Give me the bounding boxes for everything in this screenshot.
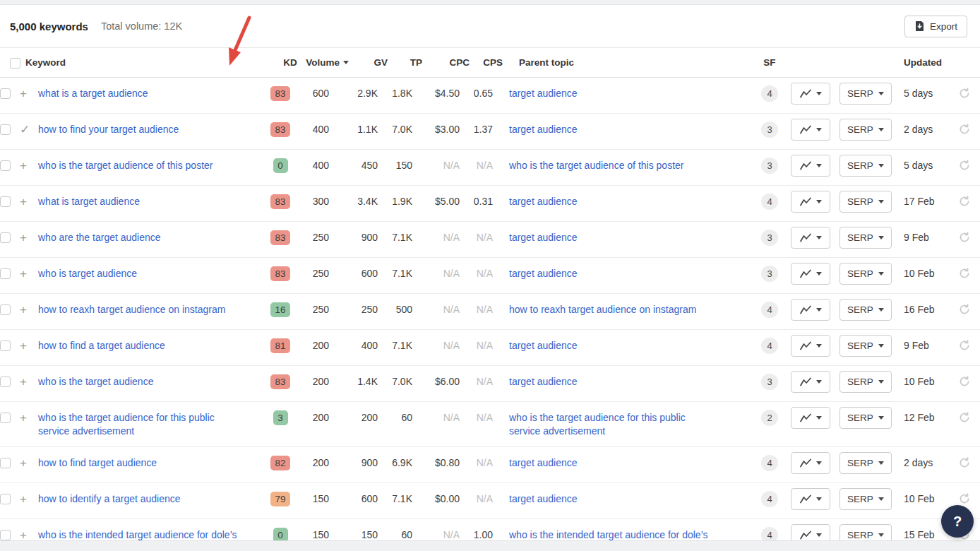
row-add-icon[interactable]: + <box>16 303 38 316</box>
keyword-link[interactable]: who is the target audience <box>38 376 153 387</box>
serp-button[interactable]: SERP <box>839 227 892 249</box>
row-add-icon[interactable]: + <box>16 231 38 244</box>
serp-label: SERP <box>847 304 873 315</box>
refresh-icon[interactable] <box>959 124 970 135</box>
parent-topic-link[interactable]: target audience <box>509 493 578 504</box>
help-button[interactable]: ? <box>941 505 974 538</box>
row-checkbox[interactable] <box>0 340 11 351</box>
serp-button[interactable]: SERP <box>839 452 892 474</box>
parent-topic-link[interactable]: target audience <box>509 232 578 243</box>
parent-topic-link[interactable]: who is the target audience for this publ… <box>509 412 686 437</box>
row-add-icon[interactable]: + <box>16 339 38 352</box>
row-add-icon[interactable]: + <box>16 87 38 100</box>
parent-topic-link[interactable]: target audience <box>509 340 578 351</box>
keyword-link[interactable]: who is the target audience for this publ… <box>38 412 215 437</box>
refresh-icon[interactable] <box>959 196 970 207</box>
position-history-button[interactable] <box>791 335 830 357</box>
row-add-icon[interactable]: + <box>16 375 38 389</box>
serp-button[interactable]: SERP <box>839 119 892 141</box>
row-checkbox[interactable] <box>0 377 11 387</box>
row-add-icon[interactable]: + <box>16 456 38 470</box>
parent-topic-link[interactable]: target audience <box>509 376 578 387</box>
serp-button[interactable]: SERP <box>839 299 892 321</box>
position-history-button[interactable] <box>791 407 830 429</box>
parent-topic-link[interactable]: how to reaxh target audience on instagra… <box>509 304 696 315</box>
position-history-button[interactable] <box>791 227 830 249</box>
position-history-button[interactable] <box>791 155 830 177</box>
refresh-icon[interactable] <box>959 160 970 171</box>
row-add-icon[interactable]: + <box>16 411 38 425</box>
column-header-updated[interactable]: Updated <box>897 57 949 68</box>
position-history-button[interactable] <box>791 263 830 285</box>
serp-button[interactable]: SERP <box>839 371 892 393</box>
row-add-icon[interactable]: + <box>16 267 38 280</box>
keyword-link[interactable]: how to reaxh target audience on instagra… <box>38 304 225 315</box>
refresh-icon[interactable] <box>959 412 970 423</box>
column-header-keyword[interactable]: Keyword <box>25 57 275 68</box>
row-add-icon[interactable]: + <box>16 195 38 208</box>
serp-button[interactable]: SERP <box>839 263 892 285</box>
serp-button[interactable]: SERP <box>839 407 892 429</box>
row-checkbox[interactable] <box>0 268 11 279</box>
column-header-sf[interactable]: SF <box>753 57 787 68</box>
column-header-parent-topic[interactable]: Parent topic <box>503 57 753 68</box>
refresh-icon[interactable] <box>959 268 970 279</box>
keyword-link[interactable]: who are the target audience <box>38 232 161 243</box>
serp-button[interactable]: SERP <box>839 83 892 105</box>
serp-button[interactable]: SERP <box>839 488 892 510</box>
export-button[interactable]: Export <box>904 16 967 37</box>
position-history-button[interactable] <box>791 299 830 321</box>
row-checkbox[interactable] <box>0 196 11 207</box>
row-checkbox[interactable] <box>0 494 11 504</box>
position-history-button[interactable] <box>791 488 830 510</box>
serp-button[interactable]: SERP <box>839 155 892 177</box>
column-header-cps[interactable]: CPS <box>470 57 503 68</box>
refresh-icon[interactable] <box>959 340 970 351</box>
keyword-link[interactable]: how to find a target audience <box>38 340 165 351</box>
refresh-icon[interactable] <box>959 88 970 99</box>
row-add-icon[interactable]: + <box>16 159 38 172</box>
serp-button[interactable]: SERP <box>839 335 892 357</box>
position-history-button[interactable] <box>791 452 830 474</box>
keyword-link[interactable]: who is target audience <box>38 268 137 279</box>
column-header-volume[interactable]: Volume <box>305 57 339 68</box>
row-checkbox[interactable] <box>0 530 11 540</box>
parent-topic-link[interactable]: target audience <box>509 88 578 99</box>
row-add-icon[interactable]: ✓ <box>16 123 38 136</box>
refresh-icon[interactable] <box>959 493 970 504</box>
select-all-checkbox[interactable] <box>10 58 20 69</box>
refresh-icon[interactable] <box>959 232 970 243</box>
keyword-link[interactable]: how to identify a target audience <box>38 493 181 504</box>
refresh-icon[interactable] <box>959 457 970 468</box>
column-header-tp[interactable]: TP <box>388 57 422 68</box>
position-history-button[interactable] <box>791 371 830 393</box>
parent-topic-link[interactable]: target audience <box>509 196 578 207</box>
row-checkbox[interactable] <box>0 413 11 423</box>
keyword-link[interactable]: who is the target audience of this poste… <box>38 160 213 171</box>
keyword-link[interactable]: how to find target audience <box>38 457 157 468</box>
parent-topic-link[interactable]: target audience <box>509 124 578 135</box>
row-checkbox[interactable] <box>0 458 11 468</box>
row-checkbox[interactable] <box>0 88 11 99</box>
row-add-icon[interactable]: + <box>16 492 38 506</box>
column-header-gv[interactable]: GV <box>339 57 388 68</box>
serp-button[interactable]: SERP <box>839 191 892 213</box>
keyword-link[interactable]: how to find your target audience <box>38 124 179 135</box>
row-checkbox[interactable] <box>0 160 11 171</box>
sf-badge: 4 <box>761 302 778 318</box>
parent-topic-link[interactable]: who is the target audience of this poste… <box>509 160 683 171</box>
position-history-button[interactable] <box>791 191 830 213</box>
refresh-icon[interactable] <box>959 304 970 315</box>
keyword-link[interactable]: what is a target audience <box>38 88 148 99</box>
position-history-button[interactable] <box>791 83 830 105</box>
refresh-icon[interactable] <box>959 376 970 387</box>
row-checkbox[interactable] <box>0 232 11 243</box>
row-checkbox[interactable] <box>0 304 11 315</box>
column-header-cpc[interactable]: CPC <box>422 57 470 68</box>
parent-topic-link[interactable]: target audience <box>509 268 578 279</box>
parent-topic-link[interactable]: target audience <box>509 457 578 468</box>
column-header-kd[interactable]: KD <box>275 57 305 68</box>
keyword-link[interactable]: what is target audience <box>38 196 140 207</box>
position-history-button[interactable] <box>791 119 830 141</box>
row-checkbox[interactable] <box>0 124 11 135</box>
